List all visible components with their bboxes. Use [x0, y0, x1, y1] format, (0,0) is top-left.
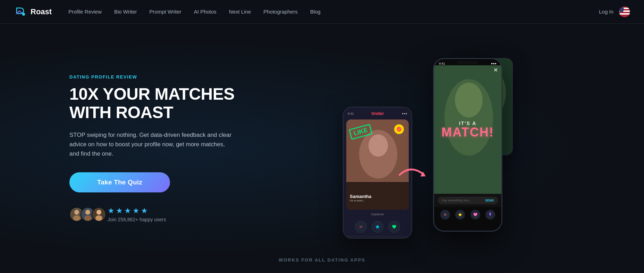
navbar: Roast Profile Review Bio Writer Prompt W…: [0, 0, 644, 24]
like-button[interactable]: [388, 221, 400, 233]
dislike-button[interactable]: [355, 221, 367, 233]
svg-point-1: [22, 13, 25, 16]
nav-link-bio-writer[interactable]: Bio Writer: [114, 9, 137, 15]
social-proof: ★ ★ ★ ★ ★ Join 256,862+ happy users: [69, 206, 250, 222]
brand-icon: [14, 5, 27, 18]
tinder-bottom-nav: [344, 236, 412, 238]
svg-point-11: [84, 215, 91, 221]
login-button[interactable]: Log In: [599, 9, 613, 15]
star-action-icon: [458, 212, 463, 217]
nav-link-profile-review[interactable]: Profile Review: [68, 9, 102, 15]
boost-icon[interactable]: [485, 210, 495, 220]
svg-point-9: [73, 215, 80, 221]
svg-rect-4: [619, 13, 630, 15]
hero-description: STOP swiping for nothing. Get data-drive…: [69, 130, 236, 159]
phone-right: 9:41 ●●● ✕ IT'S A: [433, 58, 502, 232]
second-name: Cameron: [344, 211, 412, 217]
star-2: ★: [116, 206, 123, 215]
works-label: WORKS FOR ALL DATING APPS: [279, 257, 365, 270]
nav-logo[interactable]: Roast: [14, 5, 52, 18]
x-action-icon: [443, 212, 448, 217]
superlike-icon[interactable]: [455, 210, 465, 220]
svg-point-10: [85, 210, 90, 215]
message-input[interactable]: Say something nice... SEND: [438, 197, 498, 204]
hero-section: DATING PROFILE REVIEW 10X YOUR MATCHES W…: [0, 24, 644, 273]
x-icon: [358, 224, 363, 229]
user-avatars: [69, 207, 103, 222]
nav-link-next-line[interactable]: Next Line: [229, 9, 251, 15]
svg-point-13: [95, 215, 102, 221]
avatar-face-3: [92, 208, 105, 221]
phones-group: Kaitlin 24 · 2 mi away 9:41 tinder ●●●: [343, 58, 502, 239]
star-rating: ★ ★ ★ ★ ★: [108, 206, 166, 215]
super-like-button[interactable]: [372, 221, 383, 233]
like-badge: [394, 124, 404, 134]
time-display: 9:41: [439, 62, 445, 65]
hero-title: 10X YOUR MATCHES WITH ROAST: [69, 85, 250, 122]
close-button[interactable]: ✕: [493, 67, 498, 73]
bolt-icon: [488, 212, 493, 217]
nope-icon[interactable]: [440, 210, 450, 220]
hero-label: DATING PROFILE REVIEW: [69, 74, 250, 80]
like-action-icon[interactable]: [471, 210, 480, 220]
nav-links: Profile Review Bio Writer Prompt Writer …: [68, 9, 599, 15]
heart-action-icon: [473, 212, 478, 217]
nav-link-prompt-writer[interactable]: Prompt Writer: [150, 9, 181, 15]
match-screen: 9:41 ●●● ✕ IT'S A: [434, 59, 501, 231]
star-3: ★: [124, 206, 131, 215]
card-name-samantha: Samantha: [350, 194, 371, 199]
send-button[interactable]: SEND: [485, 199, 494, 202]
phone-notch: [457, 61, 478, 64]
rating-block: ★ ★ ★ ★ ★ Join 256,862+ happy users: [108, 206, 166, 222]
nav-link-ai-photos[interactable]: AI Photos: [194, 9, 217, 15]
match-background: IT'S A MATCH!: [434, 65, 501, 194]
signal-display: ●●●: [491, 62, 497, 65]
match-overlay: IT'S A MATCH!: [441, 121, 494, 139]
star-1: ★: [108, 206, 115, 215]
card-subtext: I'm a mom...: [350, 199, 371, 202]
tinder-logo: tinder: [372, 111, 384, 116]
nav-link-photographers[interactable]: Photographers: [263, 9, 297, 15]
avatar-3: [92, 207, 106, 222]
svg-point-12: [96, 210, 101, 215]
message-area: Say something nice... SEND: [434, 194, 501, 207]
hero-phones: Kaitlin 24 · 2 mi away 9:41 tinder ●●●: [271, 51, 575, 246]
star-5: ★: [141, 206, 148, 215]
language-flag-icon[interactable]: [619, 6, 630, 17]
svg-point-8: [74, 210, 79, 215]
star-icon: [375, 224, 380, 229]
brand-name: Roast: [31, 7, 52, 16]
svg-point-22: [368, 134, 388, 157]
tinder-header: 9:41 tinder ●●●: [344, 107, 412, 118]
tinder-actions: [344, 217, 412, 236]
nav-link-blog[interactable]: Blog: [310, 9, 321, 15]
star-4: ★: [133, 206, 139, 215]
hero-content: DATING PROFILE REVIEW 10X YOUR MATCHES W…: [69, 74, 250, 222]
match-word-text: MATCH!: [441, 126, 494, 139]
checkmark-icon: [396, 126, 402, 132]
right-phone-actions: [434, 207, 501, 222]
message-placeholder: Say something nice...: [442, 199, 472, 202]
user-count-text: Join 256,862+ happy users: [108, 217, 166, 222]
nav-right: Log In: [599, 6, 630, 17]
heart-icon: [392, 224, 397, 229]
take-quiz-button[interactable]: Take The Quiz: [69, 172, 170, 192]
